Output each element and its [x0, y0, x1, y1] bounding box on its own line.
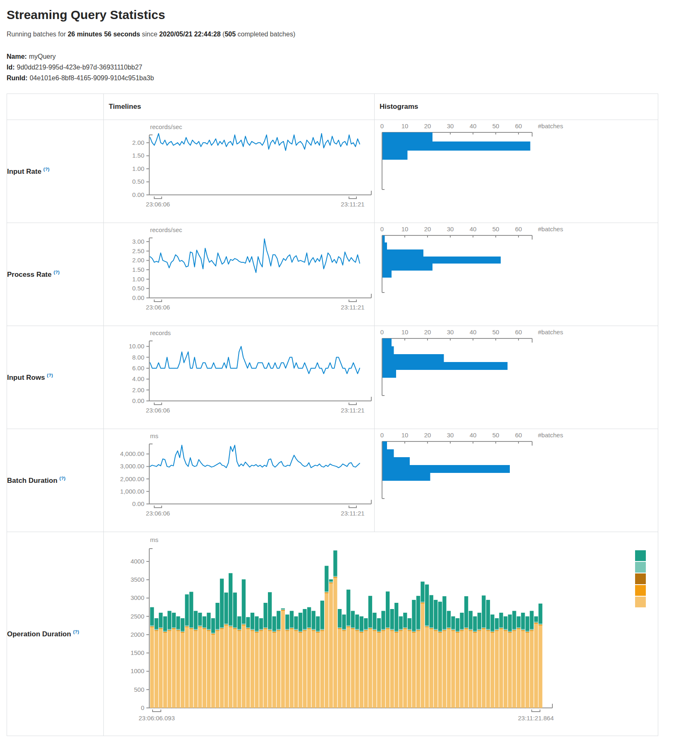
svg-text:2.00: 2.00 [132, 386, 144, 393]
svg-text:23:11:21: 23:11:21 [341, 201, 364, 208]
input-rows-timeline-chart: records0.002.004.006.008.0010.0023:06:06… [104, 326, 374, 424]
svg-text:10: 10 [401, 122, 409, 129]
row-label-input-rows: Input Rows (?) [7, 326, 104, 429]
row-label-text: Input Rate [7, 168, 41, 175]
svg-text:2500: 2500 [131, 613, 144, 620]
svg-text:50: 50 [492, 329, 499, 336]
operation-duration-legend [635, 550, 646, 607]
svg-text:40: 40 [470, 432, 477, 439]
svg-text:6.00: 6.00 [132, 365, 144, 372]
svg-text:3000: 3000 [131, 594, 144, 601]
batches-open-paren: ( [221, 31, 225, 38]
legend-swatch-light-teal [635, 562, 646, 573]
svg-text:40: 40 [470, 329, 477, 336]
svg-text:20: 20 [424, 122, 431, 129]
svg-text:10: 10 [401, 225, 409, 233]
batches-suffix: completed batches) [236, 31, 295, 38]
svg-text:1500: 1500 [131, 649, 144, 656]
row-label-text: Operation Duration [7, 630, 71, 638]
svg-text:#batches: #batches [538, 122, 563, 129]
row-label-input-rate: Input Rate (?) [7, 120, 104, 223]
page-title: Streaming Query Statistics [7, 7, 693, 22]
svg-text:2.50: 2.50 [132, 247, 144, 254]
svg-text:1000: 1000 [131, 667, 144, 674]
svg-text:3.00: 3.00 [132, 238, 144, 245]
help-icon[interactable]: (?) [73, 629, 79, 634]
svg-text:1.00: 1.00 [132, 276, 144, 283]
query-id-line: Id:9d0dd219-995d-423e-b97d-36931110bb27 [7, 64, 693, 71]
svg-text:0.50: 0.50 [132, 285, 144, 292]
svg-text:23:06:06: 23:06:06 [146, 510, 170, 517]
svg-text:23:06:06: 23:06:06 [146, 201, 170, 208]
svg-text:records: records [150, 329, 171, 336]
svg-text:records/sec: records/sec [150, 226, 182, 233]
runid-label: RunId: [7, 74, 28, 82]
row-label-process-rate: Process Rate (?) [7, 223, 104, 326]
query-runid-line: RunId:04e101e6-8bf8-4165-9099-9104c951ba… [7, 74, 693, 82]
svg-text:20: 20 [424, 432, 431, 439]
svg-text:2.00: 2.00 [132, 139, 144, 146]
help-icon[interactable]: (?) [47, 373, 53, 378]
row-label-batch-duration: Batch Duration (?) [7, 429, 104, 532]
svg-text:23:11:21: 23:11:21 [341, 510, 364, 517]
svg-text:10: 10 [401, 432, 409, 439]
svg-text:23:06:06: 23:06:06 [146, 304, 170, 311]
table-row-operation-duration: Operation Duration (?) ms050010001500200… [7, 532, 658, 736]
svg-text:#batches: #batches [538, 225, 563, 233]
svg-text:2000: 2000 [131, 631, 144, 638]
id-value: 9d0dd219-995d-423e-b97d-36931110bb27 [17, 64, 143, 71]
svg-text:2,000.00: 2,000.00 [120, 475, 144, 482]
svg-text:23:06:06: 23:06:06 [146, 407, 170, 414]
input-rate-timeline-chart: records/sec0.000.501.001.502.0023:06:062… [104, 120, 374, 218]
operation-duration-stacked-chart: ms0500100015002000250030003500400023:06:… [104, 532, 658, 727]
svg-text:40: 40 [470, 225, 477, 233]
table-row-input-rows: Input Rows (?) records0.002.004.006.008.… [7, 326, 658, 429]
table-row-process-rate: Process Rate (?) records/sec0.000.501.00… [7, 223, 658, 326]
svg-text:23:11:21.864: 23:11:21.864 [518, 715, 554, 722]
svg-text:8.00: 8.00 [132, 354, 144, 361]
svg-text:30: 30 [447, 432, 454, 439]
svg-text:4,000.00: 4,000.00 [120, 450, 144, 457]
svg-text:23:06:06.093: 23:06:06.093 [139, 715, 175, 722]
svg-text:#batches: #batches [538, 432, 563, 439]
legend-swatch-dark-orange [635, 573, 646, 584]
svg-text:0: 0 [380, 225, 384, 233]
svg-text:3,000.00: 3,000.00 [120, 463, 144, 470]
running-prefix: Running batches for [7, 31, 68, 38]
svg-text:1,000.00: 1,000.00 [120, 488, 144, 495]
legend-swatch-orange [635, 585, 646, 596]
svg-text:0.00: 0.00 [132, 191, 144, 198]
help-icon[interactable]: (?) [60, 476, 66, 481]
start-time: 2020/05/21 22:44:28 [159, 31, 221, 38]
legend-swatch-teal [635, 550, 646, 561]
help-icon[interactable]: (?) [53, 270, 60, 275]
svg-text:3500: 3500 [131, 576, 144, 583]
svg-text:1.50: 1.50 [132, 152, 144, 159]
row-label-operation-duration: Operation Duration (?) [7, 532, 104, 736]
process-rate-histogram-chart: 0102030405060#batches [375, 223, 658, 310]
svg-text:500: 500 [134, 686, 144, 693]
help-icon[interactable]: (?) [43, 167, 50, 172]
runid-value: 04e101e6-8bf8-4165-9099-9104c951ba3b [30, 74, 154, 82]
query-name-line: Name:myQuery [7, 53, 693, 60]
svg-text:0.50: 0.50 [132, 178, 144, 185]
svg-text:0.00: 0.00 [132, 397, 144, 404]
input-rows-histogram-chart: 0102030405060#batches [375, 326, 658, 413]
input-rate-histogram-chart: 0102030405060#batches [375, 120, 658, 207]
svg-text:30: 30 [447, 329, 454, 336]
name-value: myQuery [29, 53, 56, 60]
svg-text:60: 60 [515, 225, 522, 233]
row-label-text: Input Rows [7, 374, 45, 381]
svg-text:#batches: #batches [538, 329, 563, 336]
completed-batches-count: 505 [225, 31, 236, 38]
svg-text:40: 40 [470, 122, 477, 129]
row-label-text: Process Rate [7, 271, 52, 278]
svg-text:23:11:21: 23:11:21 [341, 407, 364, 414]
svg-text:0: 0 [141, 704, 144, 711]
streaming-query-statistics-page: Streaming Query Statistics Running batch… [0, 0, 700, 740]
since-word: since [140, 31, 159, 38]
svg-text:0: 0 [380, 122, 384, 129]
batch-duration-timeline-chart: ms0.001,000.002,000.003,000.004,000.0023… [104, 429, 374, 527]
process-rate-timeline-chart: records/sec0.000.501.001.502.002.503.002… [104, 223, 374, 321]
svg-text:23:11:21: 23:11:21 [341, 304, 364, 311]
